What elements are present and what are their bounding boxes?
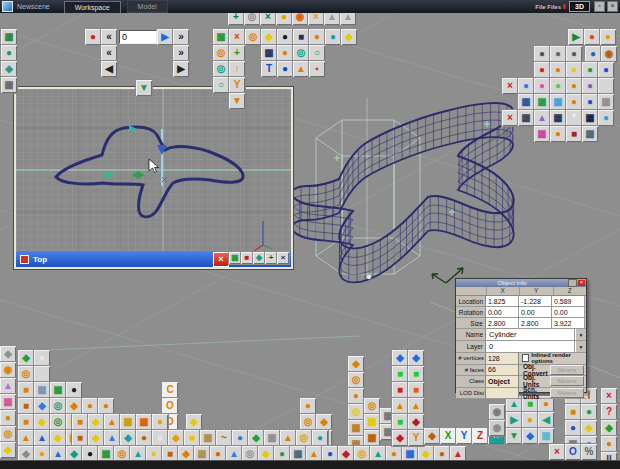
axes-icon[interactable]: + bbox=[229, 45, 245, 61]
cone-prim-icon[interactable]: ▲ bbox=[293, 61, 309, 77]
brush-a-icon[interactable]: ◆ bbox=[392, 350, 408, 366]
sculpt-icon[interactable]: ◆ bbox=[0, 346, 16, 362]
torus-icon[interactable]: ◎ bbox=[293, 45, 309, 61]
ball-tool-icon[interactable]: ● bbox=[0, 410, 16, 426]
vase-icon[interactable]: ■ bbox=[184, 430, 200, 446]
handle-left-icon[interactable] bbox=[106, 171, 114, 179]
unit-button[interactable]: Meters bbox=[550, 388, 584, 398]
red-a-icon[interactable]: ■ bbox=[392, 382, 408, 398]
mat-c7-icon[interactable]: ● bbox=[566, 94, 582, 110]
next-frame-icon[interactable]: ▶ bbox=[173, 61, 189, 77]
sphere-tool-icon[interactable]: ◉ bbox=[0, 362, 16, 378]
delete-icon[interactable]: × bbox=[229, 29, 245, 45]
top-view-canvas[interactable] bbox=[16, 89, 291, 251]
tool-a-icon[interactable]: ▲ bbox=[392, 398, 408, 414]
jump-start-icon[interactable]: « bbox=[101, 29, 117, 45]
skeleton-icon[interactable]: ↑ bbox=[229, 61, 245, 77]
vp-render-icon[interactable]: ▦ bbox=[229, 252, 241, 264]
stat-value[interactable]: Object bbox=[486, 376, 518, 387]
stat-value[interactable] bbox=[486, 388, 518, 399]
ring-m4-icon[interactable]: ◎ bbox=[364, 398, 380, 414]
ball-r2-icon[interactable]: ● bbox=[312, 430, 328, 446]
mat-blue-icon[interactable]: ● bbox=[598, 62, 614, 78]
name-dropdown-icon[interactable]: ▼ bbox=[575, 329, 586, 340]
palette-icon[interactable]: ▦ bbox=[0, 394, 16, 410]
gear-ball-icon[interactable]: ◉ bbox=[601, 46, 617, 62]
mat-orange-icon[interactable]: ● bbox=[550, 62, 566, 78]
box-r3b-icon[interactable]: ▦ bbox=[120, 414, 136, 430]
help-icon[interactable]: ? bbox=[601, 404, 617, 420]
paint-face-icon[interactable]: ◆ bbox=[261, 29, 277, 45]
tex-night-icon[interactable]: ▦ bbox=[550, 110, 566, 126]
undo-icon[interactable]: ▦ bbox=[213, 29, 229, 45]
ball-m1-icon[interactable]: ● bbox=[300, 398, 316, 414]
pot-icon[interactable]: ● bbox=[136, 430, 152, 446]
vp-pan-icon[interactable]: + bbox=[265, 252, 277, 264]
look-at-icon[interactable]: ▼ bbox=[136, 80, 152, 96]
ball-o2-icon[interactable]: ● bbox=[98, 398, 114, 414]
moon-r2-icon[interactable]: ● bbox=[152, 430, 168, 446]
pen-r2a-icon[interactable]: ◆ bbox=[88, 430, 104, 446]
croissant-icon[interactable]: ◆ bbox=[168, 430, 184, 446]
net-icon[interactable]: ▦ bbox=[200, 430, 216, 446]
o-r-icon[interactable]: O bbox=[565, 444, 581, 460]
pen-r3-icon[interactable]: ◆ bbox=[88, 414, 104, 430]
value-field[interactable]: -1.228 bbox=[519, 296, 552, 306]
value-field[interactable]: 2.800 bbox=[519, 318, 552, 328]
environment-icon[interactable]: ▦ bbox=[261, 45, 277, 61]
tex-sky-icon[interactable]: ▦ bbox=[550, 94, 566, 110]
pencils-icon[interactable]: ◆ bbox=[601, 420, 617, 436]
box-a-icon[interactable]: ■ bbox=[18, 382, 34, 398]
green-c-icon[interactable]: ■ bbox=[408, 366, 424, 382]
chest-icon[interactable]: ▦ bbox=[136, 414, 152, 430]
value-field[interactable]: 0.589 bbox=[552, 296, 585, 306]
box-m1-icon[interactable]: ▦ bbox=[364, 414, 380, 430]
pen-d-icon[interactable]: ◆ bbox=[186, 414, 202, 430]
pct-icon[interactable]: % bbox=[581, 444, 597, 460]
claw-a-icon[interactable]: ◆ bbox=[392, 430, 408, 446]
no-tex-icon[interactable]: × bbox=[502, 110, 518, 126]
value-field[interactable]: 0.00 bbox=[486, 307, 519, 317]
claw-b-icon[interactable]: ◆ bbox=[408, 414, 424, 430]
tex-dark-icon[interactable]: ▦ bbox=[518, 110, 534, 126]
bolt-icon[interactable]: C bbox=[162, 382, 178, 398]
brush-b-icon[interactable]: ◆ bbox=[408, 350, 424, 366]
arrow-c-icon[interactable]: ◀ bbox=[538, 412, 554, 428]
mat-c4-icon[interactable]: ● bbox=[566, 78, 582, 94]
mat-c9-icon[interactable]: ● bbox=[598, 110, 614, 126]
earth-icon[interactable]: ● bbox=[585, 46, 601, 62]
value-field[interactable]: 3.922 bbox=[552, 318, 585, 328]
view-close-button[interactable]: × bbox=[213, 252, 229, 267]
ring-a-icon[interactable]: ◎ bbox=[18, 366, 34, 382]
tab-model[interactable]: Model bbox=[127, 0, 168, 13]
shader-b-icon[interactable]: ● bbox=[600, 29, 616, 45]
close-r-icon[interactable]: × bbox=[549, 444, 565, 460]
close-button[interactable]: × bbox=[607, 1, 618, 12]
gear-b-icon[interactable]: ◉ bbox=[489, 420, 505, 436]
tex-green-icon[interactable]: ▦ bbox=[534, 94, 550, 110]
layer-dropdown-icon[interactable]: ▼ bbox=[575, 341, 586, 352]
axis-y-button[interactable]: Y bbox=[456, 428, 472, 444]
box-r3a-icon[interactable]: ■ bbox=[72, 414, 88, 430]
sphere-prim-icon[interactable]: ● bbox=[309, 29, 325, 45]
prev-frame-icon[interactable]: ◀ bbox=[101, 61, 117, 77]
gem-b-icon[interactable]: ◆ bbox=[66, 398, 82, 414]
wye-icon[interactable]: Y bbox=[408, 430, 424, 446]
next-keyframe-icon[interactable]: » bbox=[173, 45, 189, 61]
marker-icon[interactable]: ▪ bbox=[309, 61, 325, 77]
cone-tex-icon[interactable]: ▲ bbox=[534, 110, 550, 126]
sq-c-icon[interactable]: ▦ bbox=[538, 428, 554, 444]
shader-a-icon[interactable]: ● bbox=[584, 29, 600, 45]
box-b-icon[interactable]: ■ bbox=[18, 398, 34, 414]
geosphere-icon[interactable]: ● bbox=[325, 29, 341, 45]
ball-w-icon[interactable]: ● bbox=[34, 350, 50, 366]
ring-m3-icon[interactable]: ◎ bbox=[348, 404, 364, 420]
ring-g-icon[interactable]: ◎ bbox=[50, 414, 66, 430]
ring-m2-icon[interactable]: ◎ bbox=[348, 372, 364, 388]
unit-button[interactable]: Meters bbox=[550, 376, 584, 386]
pen-yellow-icon[interactable]: ◆ bbox=[0, 442, 16, 458]
scene-library-icon[interactable]: ▦ bbox=[1, 29, 17, 45]
gear-a-icon[interactable]: ◉ bbox=[489, 404, 505, 420]
profile-spline[interactable] bbox=[56, 127, 243, 217]
arc-icon[interactable]: O bbox=[162, 398, 178, 414]
